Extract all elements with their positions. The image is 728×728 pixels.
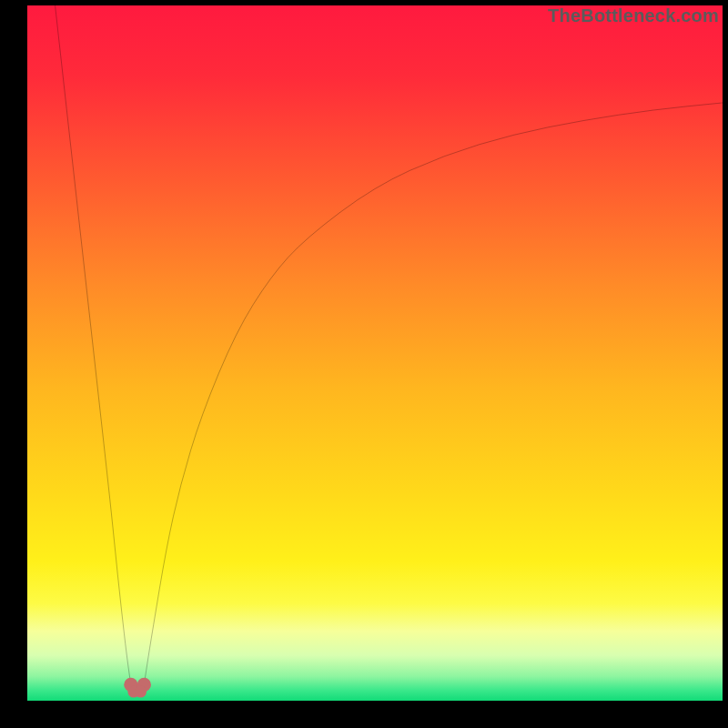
curve-layer	[27, 5, 723, 701]
curve-left-branch	[56, 5, 131, 684]
curve-right-branch	[144, 103, 723, 684]
chart-frame: TheBottleneck.com	[0, 0, 728, 728]
valley-markers	[124, 678, 151, 698]
attribution-watermark: TheBottleneck.com	[548, 5, 719, 26]
valley-marker	[135, 686, 147, 698]
plot-area	[27, 5, 723, 701]
